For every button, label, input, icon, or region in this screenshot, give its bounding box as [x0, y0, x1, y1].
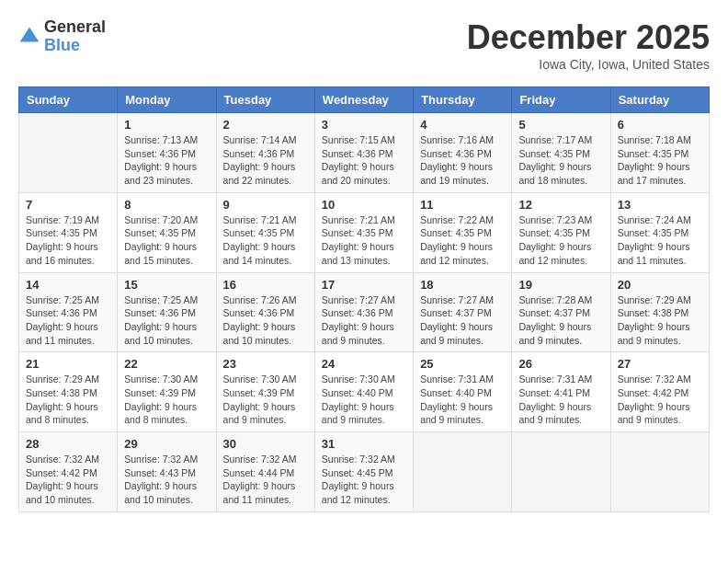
day-info: Sunrise: 7:22 AMSunset: 4:35 PMDaylight:… [420, 213, 505, 268]
day-info: Sunrise: 7:32 AMSunset: 4:43 PMDaylight:… [124, 453, 209, 507]
calendar-cell: 11Sunrise: 7:22 AMSunset: 4:35 PMDayligh… [414, 192, 512, 272]
calendar-week-row: 14Sunrise: 7:25 AMSunset: 4:36 PMDayligh… [19, 272, 710, 352]
day-number: 4 [420, 118, 505, 132]
calendar-table: SundayMondayTuesdayWednesdayThursdayFrid… [18, 86, 710, 512]
day-info: Sunrise: 7:21 AMSunset: 4:35 PMDaylight:… [223, 213, 308, 268]
calendar-cell: 16Sunrise: 7:26 AMSunset: 4:36 PMDayligh… [216, 272, 314, 352]
day-number: 27 [618, 357, 702, 371]
calendar-cell: 14Sunrise: 7:25 AMSunset: 4:36 PMDayligh… [19, 272, 118, 352]
day-number: 11 [420, 198, 505, 212]
calendar-week-row: 7Sunrise: 7:19 AMSunset: 4:35 PMDaylight… [19, 192, 710, 272]
calendar-cell: 22Sunrise: 7:30 AMSunset: 4:39 PMDayligh… [118, 352, 216, 432]
calendar-cell: 23Sunrise: 7:30 AMSunset: 4:39 PMDayligh… [216, 352, 314, 432]
calendar-cell: 25Sunrise: 7:31 AMSunset: 4:40 PMDayligh… [414, 352, 512, 432]
day-number: 17 [322, 278, 406, 292]
day-number: 28 [26, 437, 110, 451]
day-info: Sunrise: 7:25 AMSunset: 4:36 PMDaylight:… [26, 293, 110, 348]
day-number: 10 [322, 198, 406, 212]
calendar-cell: 12Sunrise: 7:23 AMSunset: 4:35 PMDayligh… [512, 192, 610, 272]
day-number: 9 [223, 198, 308, 212]
day-info: Sunrise: 7:16 AMSunset: 4:36 PMDaylight:… [420, 133, 505, 188]
calendar-body: 1Sunrise: 7:13 AMSunset: 4:36 PMDaylight… [19, 113, 710, 512]
calendar-cell: 19Sunrise: 7:28 AMSunset: 4:37 PMDayligh… [512, 272, 610, 352]
day-number: 5 [518, 118, 603, 132]
calendar-cell: 20Sunrise: 7:29 AMSunset: 4:38 PMDayligh… [610, 272, 709, 352]
calendar-cell [19, 113, 118, 193]
day-number: 12 [518, 198, 603, 212]
day-info: Sunrise: 7:13 AMSunset: 4:36 PMDaylight:… [124, 133, 209, 188]
day-number: 14 [26, 278, 110, 292]
day-number: 15 [124, 278, 209, 292]
logo: General Blue [18, 18, 106, 55]
day-info: Sunrise: 7:29 AMSunset: 4:38 PMDaylight:… [26, 373, 110, 427]
day-number: 2 [223, 118, 308, 132]
calendar-cell: 21Sunrise: 7:29 AMSunset: 4:38 PMDayligh… [19, 352, 118, 432]
calendar-cell: 5Sunrise: 7:17 AMSunset: 4:35 PMDaylight… [512, 113, 610, 193]
day-number: 29 [124, 437, 209, 451]
calendar-cell: 9Sunrise: 7:21 AMSunset: 4:35 PMDaylight… [216, 192, 314, 272]
calendar-cell: 31Sunrise: 7:32 AMSunset: 4:45 PMDayligh… [314, 432, 413, 512]
calendar-cell: 30Sunrise: 7:32 AMSunset: 4:44 PMDayligh… [216, 432, 314, 512]
calendar-week-row: 1Sunrise: 7:13 AMSunset: 4:36 PMDaylight… [19, 113, 710, 193]
day-number: 24 [322, 357, 406, 371]
day-info: Sunrise: 7:20 AMSunset: 4:35 PMDaylight:… [124, 213, 209, 268]
day-info: Sunrise: 7:32 AMSunset: 4:44 PMDaylight:… [223, 453, 308, 507]
day-info: Sunrise: 7:19 AMSunset: 4:35 PMDaylight:… [26, 213, 110, 268]
calendar-cell: 15Sunrise: 7:25 AMSunset: 4:36 PMDayligh… [118, 272, 216, 352]
title-area: December 2025 Iowa City, Iowa, United St… [467, 18, 710, 72]
calendar-cell: 2Sunrise: 7:14 AMSunset: 4:36 PMDaylight… [216, 113, 314, 193]
logo-text: General Blue [44, 18, 106, 55]
weekday-header-monday: Monday [118, 87, 216, 113]
day-number: 31 [322, 437, 406, 451]
day-number: 8 [124, 198, 209, 212]
weekday-header-friday: Friday [512, 87, 610, 113]
day-number: 6 [618, 118, 702, 132]
calendar-cell: 29Sunrise: 7:32 AMSunset: 4:43 PMDayligh… [118, 432, 216, 512]
page-header: General Blue December 2025 Iowa City, Io… [18, 18, 710, 72]
calendar-cell [512, 432, 610, 512]
calendar-cell: 28Sunrise: 7:32 AMSunset: 4:42 PMDayligh… [19, 432, 118, 512]
day-info: Sunrise: 7:30 AMSunset: 4:40 PMDaylight:… [322, 373, 406, 427]
logo-icon [18, 26, 40, 48]
calendar-week-row: 28Sunrise: 7:32 AMSunset: 4:42 PMDayligh… [19, 432, 710, 512]
calendar-cell: 10Sunrise: 7:21 AMSunset: 4:35 PMDayligh… [314, 192, 413, 272]
day-info: Sunrise: 7:32 AMSunset: 4:42 PMDaylight:… [26, 453, 110, 507]
day-info: Sunrise: 7:27 AMSunset: 4:37 PMDaylight:… [420, 293, 505, 348]
weekday-header-row: SundayMondayTuesdayWednesdayThursdayFrid… [19, 87, 710, 113]
day-info: Sunrise: 7:30 AMSunset: 4:39 PMDaylight:… [223, 373, 308, 427]
calendar-cell: 18Sunrise: 7:27 AMSunset: 4:37 PMDayligh… [414, 272, 512, 352]
day-info: Sunrise: 7:31 AMSunset: 4:41 PMDaylight:… [518, 373, 603, 427]
day-number: 16 [223, 278, 308, 292]
day-number: 1 [124, 118, 209, 132]
day-number: 19 [518, 278, 603, 292]
location: Iowa City, Iowa, United States [467, 57, 710, 72]
day-number: 3 [322, 118, 406, 132]
calendar-header: SundayMondayTuesdayWednesdayThursdayFrid… [19, 87, 710, 113]
day-info: Sunrise: 7:32 AMSunset: 4:45 PMDaylight:… [322, 453, 406, 507]
logo-blue: Blue [44, 37, 106, 55]
calendar-cell: 3Sunrise: 7:15 AMSunset: 4:36 PMDaylight… [314, 113, 413, 193]
day-number: 23 [223, 357, 308, 371]
logo-general: General [44, 18, 106, 37]
day-info: Sunrise: 7:15 AMSunset: 4:36 PMDaylight:… [322, 133, 406, 188]
day-number: 20 [618, 278, 702, 292]
calendar-cell: 17Sunrise: 7:27 AMSunset: 4:36 PMDayligh… [314, 272, 413, 352]
calendar-cell: 4Sunrise: 7:16 AMSunset: 4:36 PMDaylight… [414, 113, 512, 193]
month-title: December 2025 [467, 18, 710, 57]
weekday-header-thursday: Thursday [414, 87, 512, 113]
calendar-cell [610, 432, 709, 512]
day-number: 13 [618, 198, 702, 212]
calendar-week-row: 21Sunrise: 7:29 AMSunset: 4:38 PMDayligh… [19, 352, 710, 432]
weekday-header-tuesday: Tuesday [216, 87, 314, 113]
calendar-cell: 7Sunrise: 7:19 AMSunset: 4:35 PMDaylight… [19, 192, 118, 272]
day-info: Sunrise: 7:17 AMSunset: 4:35 PMDaylight:… [518, 133, 603, 188]
day-info: Sunrise: 7:18 AMSunset: 4:35 PMDaylight:… [618, 133, 702, 188]
day-info: Sunrise: 7:26 AMSunset: 4:36 PMDaylight:… [223, 293, 308, 348]
calendar-cell: 26Sunrise: 7:31 AMSunset: 4:41 PMDayligh… [512, 352, 610, 432]
day-info: Sunrise: 7:32 AMSunset: 4:42 PMDaylight:… [618, 373, 702, 427]
calendar-cell: 6Sunrise: 7:18 AMSunset: 4:35 PMDaylight… [610, 113, 709, 193]
day-info: Sunrise: 7:27 AMSunset: 4:36 PMDaylight:… [322, 293, 406, 348]
calendar-cell: 27Sunrise: 7:32 AMSunset: 4:42 PMDayligh… [610, 352, 709, 432]
day-number: 21 [26, 357, 110, 371]
day-info: Sunrise: 7:31 AMSunset: 4:40 PMDaylight:… [420, 373, 505, 427]
